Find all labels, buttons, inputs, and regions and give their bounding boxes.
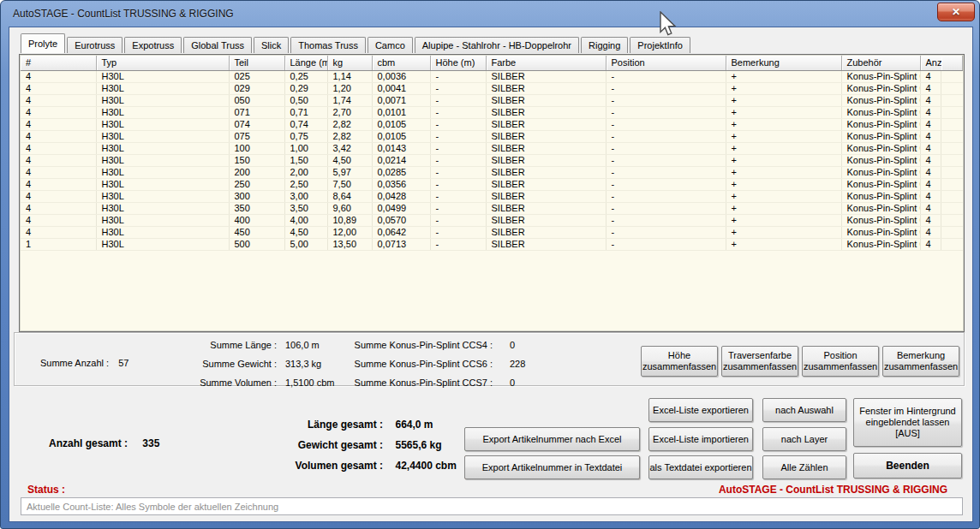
summe-ccs7-value: 0	[510, 377, 515, 389]
column-header[interactable]: Teil	[229, 56, 284, 70]
excel-liste-exportieren-button[interactable]: Excel-Liste exportieren	[648, 398, 753, 422]
export-artikelnummer-textdatei-button[interactable]: Export Artikelnummer in Textdatei	[464, 455, 640, 479]
export-artikelnummer-excel-button[interactable]: Export Artikelnummer nach Excel	[464, 427, 640, 451]
titlebar[interactable]: AutoSTAGE - CountList TRUSSING & RIGGING…	[1, 1, 979, 27]
volumen-gesamt-label: Volumen gesamt :	[181, 459, 383, 473]
summe-gewicht-label: Summe Gewicht :	[117, 358, 277, 370]
table-header-row: #TypTeilLänge (m)kgcbmHöhe (m)FarbePosit…	[21, 56, 963, 70]
table-row[interactable]: 4 H30L 029 0,29 1,20 0,0041 - SILBER - +…	[21, 82, 963, 94]
dialog-body: Prolyte Eurotruss Expotruss Global Truss…	[9, 27, 973, 522]
table-row[interactable]: 4 H30L 100 1,00 3,42 0,0143 - SILBER - +…	[21, 142, 963, 154]
tab[interactable]: Slick	[254, 37, 289, 53]
table-row[interactable]: 4 H30L 150 1,50 4,50 0,0214 - SILBER - +…	[21, 154, 963, 166]
column-header[interactable]: Position	[606, 56, 726, 70]
table-row[interactable]: 4 H30L 074 0,74 2,82 0,0105 - SILBER - +…	[21, 118, 963, 130]
tab[interactable]: Alupipe - Stahlrohr - HB-Doppelrohr	[415, 37, 579, 53]
alle-zaehlen-button[interactable]: Alle Zählen	[762, 455, 846, 479]
tab-bar: Prolyte Eurotruss Expotruss Global Truss…	[21, 33, 692, 53]
tab[interactable]: Rigging	[581, 37, 628, 53]
table-row[interactable]: 4 H30L 071 0,71 2,70 0,0101 - SILBER - +…	[21, 106, 963, 118]
nach-layer-button[interactable]: nach Layer	[762, 427, 846, 451]
close-button[interactable]: ✕	[937, 3, 975, 21]
column-header[interactable]: Zubehör	[841, 56, 920, 70]
summe-volumen-label: Summe Volumen :	[117, 377, 277, 389]
volumen-gesamt-value: 42,4400 cbm	[395, 460, 456, 472]
gewicht-gesamt-value: 5565,6 kg	[395, 439, 441, 451]
table-row[interactable]: 4 H30L 250 2,50 7,50 0,0356 - SILBER - +…	[21, 178, 963, 190]
tab[interactable]: Thomas Truss	[290, 37, 366, 53]
traversenfarbe-zusammenfassen-button[interactable]: Traversenfarbe zusammenfassen	[721, 346, 798, 377]
truss-table-body: 4 H30L 025 0,25 1,14 0,0036 - SILBER - +…	[21, 70, 963, 250]
summary-panel: Summe Anzahl : 57 Summe Länge : 106,0 m …	[14, 332, 965, 386]
column-header[interactable]: cbm	[372, 56, 430, 70]
status-message-field	[21, 497, 963, 515]
app-window: AutoSTAGE - CountList TRUSSING & RIGGING…	[0, 0, 980, 529]
column-header[interactable]: Typ	[96, 56, 229, 70]
anzahl-gesamt-label: Anzahl gesamt :	[49, 437, 128, 449]
excel-liste-importieren-button[interactable]: Excel-Liste importieren	[648, 427, 753, 451]
window-title: AutoSTAGE - CountList TRUSSING & RIGGING	[13, 8, 234, 20]
tab[interactable]: Expotruss	[124, 37, 182, 53]
fenster-hintergrund-button[interactable]: Fenster im Hintergrund eingeblendet lass…	[853, 398, 962, 447]
summe-anzahl-label: Summe Anzahl :	[40, 358, 109, 368]
nach-auswahl-button[interactable]: nach Auswahl	[762, 398, 846, 422]
zusammenfassen-buttons: Höhe zusammenfassen Traversenfarbe zusam…	[641, 346, 959, 377]
table-row[interactable]: 4 H30L 350 3,50 9,60 0,0499 - SILBER - +…	[21, 202, 963, 214]
table-row[interactable]: 4 H30L 025 0,25 1,14 0,0036 - SILBER - +…	[21, 70, 963, 82]
tab[interactable]: Prolyte	[21, 33, 65, 53]
summe-ccs7-label: Summe Konus-Pin-Splint CCS7 :	[297, 377, 493, 389]
column-header[interactable]	[941, 56, 963, 70]
anzahl-gesamt-value: 335	[142, 437, 159, 449]
summe-ccs6-value: 228	[510, 358, 525, 370]
truss-list[interactable]: #TypTeilLänge (m)kgcbmHöhe (m)FarbePosit…	[19, 54, 965, 332]
beenden-button[interactable]: Beenden	[853, 453, 962, 478]
column-header[interactable]: Höhe (m)	[430, 56, 486, 70]
table-row[interactable]: 1 H30L 500 5,00 13,50 0,0713 - SILBER - …	[21, 238, 963, 250]
column-header[interactable]: Bemerkung	[726, 56, 841, 70]
tab[interactable]: ProjektInfo	[630, 37, 690, 53]
column-header[interactable]: #	[21, 56, 96, 70]
tab[interactable]: Eurotruss	[67, 37, 122, 53]
position-zusammenfassen-button[interactable]: Position zusammenfassen	[802, 346, 879, 377]
gewicht-gesamt-label: Gewicht gesamt :	[181, 438, 383, 452]
table-row[interactable]: 4 H30L 450 4,50 12,00 0,0642 - SILBER - …	[21, 226, 963, 238]
column-header[interactable]: Anzahl Zubehör	[920, 56, 941, 70]
tab[interactable]: Global Truss	[183, 37, 252, 53]
bemerkung-zusammenfassen-button[interactable]: Bemerkung zusammenfassen	[882, 346, 959, 377]
table-row[interactable]: 4 H30L 400 4,00 10,89 0,0570 - SILBER - …	[21, 214, 963, 226]
table-row[interactable]: 4 H30L 200 2,00 5,97 0,0285 - SILBER - +…	[21, 166, 963, 178]
status-app-name: AutoSTAGE - CountList TRUSSING & RIGGING	[719, 484, 947, 496]
status-label: Status :	[27, 484, 65, 496]
column-header[interactable]: Länge (m)	[284, 56, 327, 70]
summe-ccs6-label: Summe Konus-Pin-Splint CCS6 :	[297, 358, 493, 370]
column-header[interactable]: kg	[327, 56, 372, 70]
tab[interactable]: Camco	[368, 37, 413, 53]
summe-ccs4-value: 0	[510, 339, 515, 351]
laenge-gesamt-label: Länge gesamt :	[181, 418, 383, 431]
als-textdatei-exportieren-button[interactable]: als Textdatei exportieren	[648, 455, 753, 479]
summe-ccs4-label: Summe Konus-Pin-Splint CCS4 :	[297, 339, 493, 351]
close-icon: ✕	[952, 6, 960, 18]
table-row[interactable]: 4 H30L 075 0,75 2,82 0,0105 - SILBER - +…	[21, 130, 963, 142]
summe-laenge-label: Summe Länge :	[117, 339, 277, 351]
laenge-gesamt-value: 664,0 m	[395, 419, 433, 431]
table-row[interactable]: 4 H30L 300 3,00 8,64 0,0428 - SILBER - +…	[21, 190, 963, 202]
table-row[interactable]: 4 H30L 050 0,50 1,74 0,0071 - SILBER - +…	[21, 94, 963, 106]
hoehe-zusammenfassen-button[interactable]: Höhe zusammenfassen	[641, 346, 718, 377]
column-header[interactable]: Farbe	[486, 56, 606, 70]
